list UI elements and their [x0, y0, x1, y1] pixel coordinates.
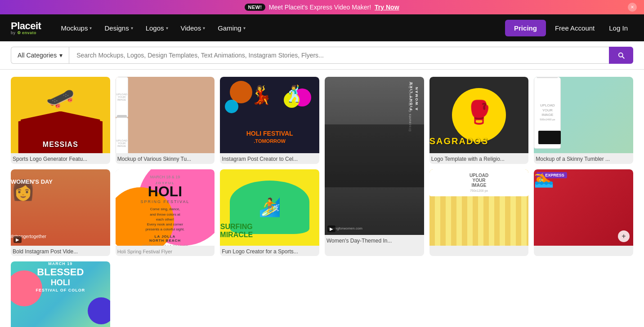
card-label: Women's Day-Themed In...: [325, 235, 424, 246]
header: Placeit by ⚙ envato Mockups ▾ Designs ▾ …: [0, 14, 644, 41]
card-label: [534, 246, 633, 249]
card-shirt-upload[interactable]: UPLOADYOURIMAGE750x1200 px: [429, 169, 529, 256]
logo-sub: by ⚙ envato: [11, 31, 41, 35]
main-nav: Mockups ▾ Designs ▾ Logos ▾ Videos ▾ Gam…: [55, 21, 491, 35]
card-label: Instagram Post Creator to Cel...: [220, 153, 319, 164]
nav-mockups[interactable]: Mockups ▾: [55, 21, 97, 35]
card-label: Mockup of a Skinny Tumbler ...: [534, 153, 633, 164]
card-womens-day[interactable]: FIGHT LIKEA WOMAN Discounts On Women's D…: [325, 77, 424, 256]
nav-designs[interactable]: Designs ▾: [99, 21, 138, 35]
main-content: 🛹 MESSIAS Sports Logo Generator Featu...…: [0, 70, 644, 327]
chevron-down-icon: ▾: [203, 26, 205, 31]
card-holi-instagram[interactable]: 💃 🕺 HOLI FESTIVAL.TOMORROW Instagram Pos…: [220, 77, 319, 164]
login-button[interactable]: Log In: [604, 21, 633, 35]
card-holi-flyer[interactable]: MARCH 18 & 19 JOYFUL HOLI SPRING FESTIVA…: [116, 169, 215, 256]
chevron-down-icon: ▾: [89, 26, 92, 31]
chevron-down-icon: ▾: [166, 26, 168, 31]
video-badge: ▶: [327, 225, 335, 232]
card-holi-colorful[interactable]: MARCH 19 BLESSED HOLI FESTIVAL OF COLOR: [11, 261, 110, 327]
search-icon: [617, 51, 625, 59]
product-grid: 🛹 MESSIAS Sports Logo Generator Featu...…: [11, 77, 633, 327]
card-single-tumbler[interactable]: UPLOADYOURIMAGE500x1400 px Mockup of a S…: [534, 77, 633, 164]
logo[interactable]: Placeit by ⚙ envato: [11, 21, 41, 35]
card-express-red[interactable]: ⚡EXPRESS 🏊 +: [534, 169, 633, 256]
pricing-button[interactable]: Pricing: [505, 20, 546, 36]
search-bar: All Categories ▾: [0, 41, 644, 70]
card-label: [429, 246, 529, 249]
chevron-down-icon: ▾: [243, 26, 246, 31]
search-category-dropdown[interactable]: All Categories ▾: [11, 47, 69, 64]
banner-close-button[interactable]: ×: [628, 3, 637, 12]
card-label: Fun Logo Creator for a Sports...: [220, 246, 319, 256]
card-sports-logo[interactable]: 🛹 MESSIAS Sports Logo Generator Featu...: [11, 77, 110, 164]
card-bold-ig-video[interactable]: WOMEN'S DAY 👩 #strongertogether ▶ Bold I…: [11, 169, 110, 256]
chevron-down-icon: ▾: [131, 26, 133, 31]
card-surfing-logo[interactable]: 🏄 SURFINGMIRACLE Fun Logo Creator for a …: [220, 169, 319, 256]
chevron-down-icon: ▾: [59, 52, 63, 59]
search-input[interactable]: [69, 47, 609, 64]
nav-gaming[interactable]: Gaming ▾: [212, 21, 251, 35]
nav-logos[interactable]: Logos ▾: [140, 21, 174, 35]
video-badge: ▶: [13, 236, 22, 243]
card-label: Holi Spring Festival Flyer: [116, 246, 215, 256]
card-label: Logo Template with a Religio...: [429, 153, 529, 164]
banner-cta-link[interactable]: Try Now: [375, 4, 399, 11]
card-label: Sports Logo Generator Featu...: [11, 153, 110, 164]
new-badge: NEW!: [245, 4, 265, 11]
card-label: Bold Instagram Post Vide...: [11, 246, 110, 256]
banner-text: Meet Placeit's Express Video Maker!: [269, 4, 371, 11]
free-account-button[interactable]: Free Account: [550, 21, 600, 35]
search-button[interactable]: [609, 47, 633, 64]
logo-text: Placeit: [11, 21, 41, 31]
card-tumblers-mockup[interactable]: UPLOADYOURIMAGE UPLOADYOURIMAGE UPLOADYO…: [116, 77, 215, 164]
card-sagrados-logo[interactable]: 🥊 SAGRADOS Logo Template with a Religio.…: [429, 77, 529, 164]
card-label: Mockup of Various Skinny Tu...: [116, 153, 215, 164]
nav-actions: Pricing Free Account Log In: [505, 20, 633, 36]
search-category-label: All Categories: [18, 52, 57, 59]
top-banner: NEW! Meet Placeit's Express Video Maker!…: [0, 0, 644, 14]
nav-videos[interactable]: Videos ▾: [175, 21, 211, 35]
add-icon[interactable]: +: [618, 230, 630, 242]
